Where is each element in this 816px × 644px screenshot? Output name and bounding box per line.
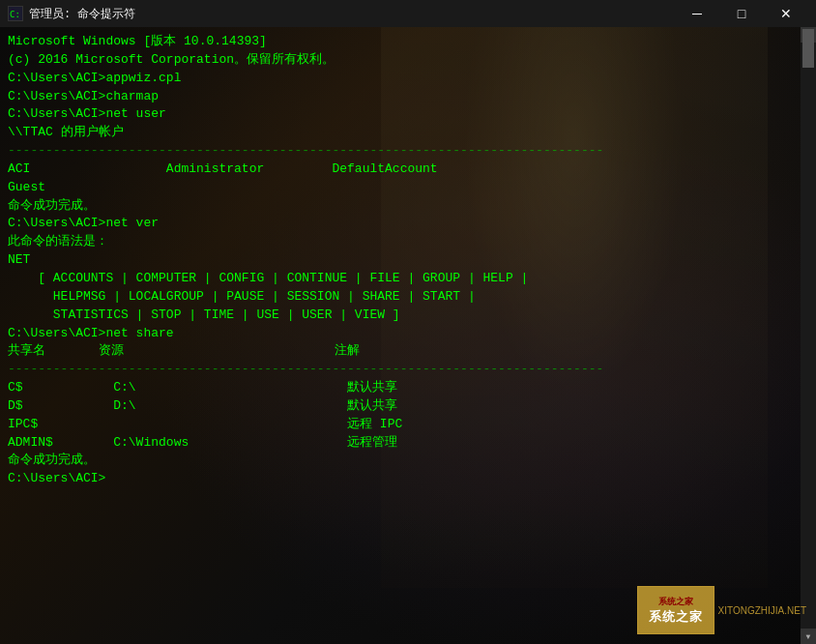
- terminal-line: D$ D:\ 默认共享: [8, 397, 808, 416]
- terminal-line: 命令成功完成。: [8, 452, 808, 470]
- terminal-line: 命令成功完成。: [8, 197, 808, 216]
- window-controls: ─ □ ✕: [675, 0, 808, 27]
- terminal-line: HELPMSG | LOCALGROUP | PAUSE | SESSION |…: [8, 288, 808, 307]
- title-bar: C: 管理员: 命令提示符 ─ □ ✕: [0, 0, 816, 27]
- title-bar-left: C: 管理员: 命令提示符: [8, 6, 135, 22]
- terminal-line: IPC$ 远程 IPC: [8, 416, 808, 434]
- window-title: 管理员: 命令提示符: [29, 6, 135, 22]
- close-button[interactable]: ✕: [764, 0, 808, 27]
- terminal-line: ----------------------------------------…: [8, 361, 808, 379]
- terminal-line: STATISTICS | STOP | TIME | USE | USER | …: [8, 307, 808, 325]
- watermark-logo-top: 系统之家: [658, 596, 693, 608]
- scrollbar[interactable]: ▲ ▼: [801, 27, 816, 644]
- terminal-line: C:\Users\ACI>charmap: [8, 88, 808, 106]
- terminal-line: \\TTAC 的用户帐户: [8, 124, 808, 142]
- terminal-line: 此命令的语法是：: [8, 233, 808, 251]
- terminal-line: 共享名 资源 注解: [8, 342, 808, 361]
- scrollbar-thumb[interactable]: [802, 29, 814, 68]
- terminal-line: Guest: [8, 179, 808, 197]
- maximize-button[interactable]: □: [719, 0, 764, 27]
- terminal-line: C$ C:\ 默认共享: [8, 379, 808, 397]
- watermark-site-text: XITONGZHIJIA.NET: [718, 605, 807, 616]
- svg-text:C:: C:: [10, 10, 20, 19]
- watermark-logo-mid: 系统之家: [649, 608, 703, 626]
- terminal-line: (c) 2016 Microsoft Corporation。保留所有权利。: [8, 51, 808, 70]
- terminal-line: ACI Administrator DefaultAccount: [8, 161, 808, 179]
- terminal-line: Microsoft Windows [版本 10.0.14393]: [8, 33, 808, 51]
- terminal-line: ADMIN$ C:\Windows 远程管理: [8, 434, 808, 453]
- watermark-site: XITONGZHIJIA.NET: [718, 605, 807, 616]
- terminal-line: C:\Users\ACI>net user: [8, 105, 808, 124]
- watermark-logo: 系统之家 系统之家: [637, 586, 714, 634]
- terminal-line: C:\Users\ACI>net ver: [8, 215, 808, 233]
- terminal-line: [ ACCOUNTS | COMPUTER | CONFIG | CONTINU…: [8, 270, 808, 288]
- terminal-line: C:\Users\ACI>appwiz.cpl: [8, 70, 808, 88]
- terminal-line: ----------------------------------------…: [8, 142, 808, 161]
- terminal-line: NET: [8, 251, 808, 270]
- terminal-line: C:\Users\ACI>: [8, 470, 808, 488]
- watermark: 系统之家 系统之家 XITONGZHIJIA.NET: [637, 586, 807, 634]
- cmd-icon: C:: [8, 6, 23, 21]
- terminal-line: C:\Users\ACI>net share: [8, 325, 808, 343]
- minimize-button[interactable]: ─: [675, 0, 719, 27]
- terminal-output[interactable]: Microsoft Windows [版本 10.0.14393](c) 201…: [0, 27, 816, 644]
